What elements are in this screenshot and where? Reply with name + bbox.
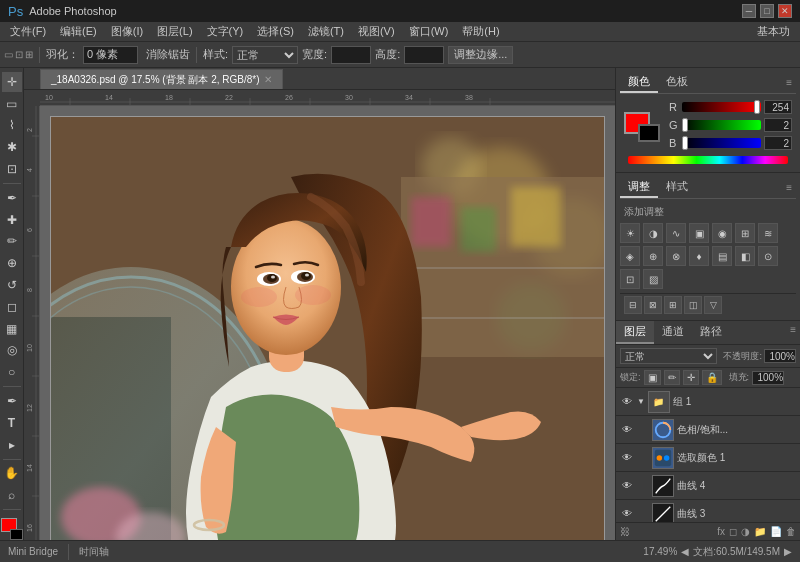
menu-layer[interactable]: 图层(L) [151, 22, 198, 42]
tab-swatches[interactable]: 色板 [658, 72, 696, 93]
color-spectrum-bar[interactable] [628, 156, 788, 164]
height-input[interactable] [404, 46, 444, 64]
menu-filter[interactable]: 滤镜(T) [302, 22, 350, 42]
adj-panel-collapse[interactable]: ≡ [782, 180, 796, 195]
layer-eye-selective[interactable]: 👁 [620, 451, 634, 465]
tool-healing[interactable]: ✚ [2, 210, 22, 230]
adj-threshold[interactable]: ⊙ [758, 246, 778, 266]
mini-bridge-label[interactable]: Mini Bridge [8, 546, 58, 557]
tool-eyedropper[interactable]: ✒ [2, 188, 22, 208]
tool-gradient[interactable]: ▦ [2, 319, 22, 339]
adj-colorlookup[interactable]: ♦ [689, 246, 709, 266]
tool-lasso[interactable]: ⌇ [2, 116, 22, 136]
adj-r3[interactable]: ⊞ [664, 296, 682, 314]
menu-file[interactable]: 文件(F) [4, 22, 52, 42]
color-panel-collapse[interactable]: ≡ [782, 75, 796, 90]
adj-curves[interactable]: ∿ [666, 223, 686, 243]
opacity-input[interactable] [764, 349, 796, 363]
canvas-document[interactable] [40, 106, 615, 540]
adj-posterize[interactable]: ◧ [735, 246, 755, 266]
menu-window[interactable]: 窗口(W) [403, 22, 455, 42]
adj-hsl[interactable]: ⊞ [735, 223, 755, 243]
menu-edit[interactable]: 编辑(E) [54, 22, 103, 42]
tab-color[interactable]: 颜色 [620, 72, 658, 93]
adj-invert[interactable]: ▤ [712, 246, 732, 266]
tool-pathselect[interactable]: ▸ [2, 435, 22, 455]
add-mask-btn[interactable]: ◻ [729, 526, 737, 537]
menu-view[interactable]: 视图(V) [352, 22, 401, 42]
delete-layer-btn[interactable]: 🗑 [786, 526, 796, 537]
bg-color-swatch[interactable] [10, 529, 23, 540]
doc-tab-active[interactable]: _18A0326.psd @ 17.5% (背景 副本 2, RGB/8*) ✕ [40, 69, 283, 89]
lock-paint[interactable]: ✏ [664, 370, 680, 385]
tool-zoom[interactable]: ⌕ [2, 485, 22, 505]
close-button[interactable]: ✕ [778, 4, 792, 18]
time-axis-label[interactable]: 时间轴 [79, 545, 109, 559]
menu-select[interactable]: 选择(S) [251, 22, 300, 42]
layer-item-curves3[interactable]: 👁 曲线 3 [616, 500, 800, 522]
adj-photofilter[interactable]: ⊕ [643, 246, 663, 266]
tool-crop[interactable]: ⊡ [2, 159, 22, 179]
layer-item-selective[interactable]: 👁 选取颜色 1 [616, 444, 800, 472]
g-value-input[interactable] [764, 118, 792, 132]
lock-position[interactable]: ✛ [683, 370, 699, 385]
tool-move[interactable]: ✛ [2, 72, 22, 92]
adj-gradmap[interactable]: ⊡ [620, 269, 640, 289]
layers-panel-collapse[interactable]: ≡ [786, 321, 800, 344]
adj-vibrance[interactable]: ◉ [712, 223, 732, 243]
tab-paths[interactable]: 路径 [692, 321, 730, 344]
adj-channelmixer[interactable]: ⊗ [666, 246, 686, 266]
arrow-right[interactable]: ▶ [784, 546, 792, 557]
adj-r1[interactable]: ⊟ [624, 296, 642, 314]
maximize-button[interactable]: □ [760, 4, 774, 18]
workspace-btn[interactable]: 基本功 [751, 22, 796, 42]
layer-eye-group1[interactable]: 👁 [620, 395, 634, 409]
style-select[interactable]: 正常 固定比例 固定大小 [232, 46, 298, 64]
soften-input[interactable] [83, 46, 138, 64]
adj-exposure[interactable]: ▣ [689, 223, 709, 243]
tool-blur[interactable]: ◎ [2, 341, 22, 361]
refine-button[interactable]: 调整边缘... [448, 46, 513, 64]
adj-selective[interactable]: ▨ [643, 269, 663, 289]
menu-image[interactable]: 图像(I) [105, 22, 149, 42]
group-arrow-1[interactable]: ▼ [637, 397, 645, 406]
minimize-button[interactable]: ─ [742, 4, 756, 18]
layer-item-curves4[interactable]: 👁 曲线 4 [616, 472, 800, 500]
layer-item-hsl[interactable]: 👁 色相/饱和... [616, 416, 800, 444]
layer-eye-curves4[interactable]: 👁 [620, 479, 634, 493]
tool-text[interactable]: T [2, 413, 22, 433]
adj-brightness[interactable]: ☀ [620, 223, 640, 243]
tab-layers[interactable]: 图层 [616, 321, 654, 344]
tab-style[interactable]: 样式 [658, 177, 696, 198]
menu-text[interactable]: 文字(Y) [201, 22, 250, 42]
tool-hand[interactable]: ✋ [2, 464, 22, 484]
width-input[interactable] [331, 46, 371, 64]
bg-swatch[interactable] [638, 124, 660, 142]
tool-brush[interactable]: ✏ [2, 232, 22, 252]
layer-eye-curves3[interactable]: 👁 [620, 507, 634, 521]
lock-all[interactable]: 🔒 [702, 370, 722, 385]
tool-marquee[interactable]: ▭ [2, 94, 22, 114]
fx-btn[interactable]: fx [717, 526, 725, 537]
tab-close-btn[interactable]: ✕ [264, 74, 272, 85]
b-slider-track[interactable] [682, 138, 761, 148]
adj-r4[interactable]: ◫ [684, 296, 702, 314]
r-value-input[interactable] [764, 100, 792, 114]
tab-adjustments[interactable]: 调整 [620, 177, 658, 198]
adj-colorbalance[interactable]: ≋ [758, 223, 778, 243]
blend-mode-select[interactable]: 正常 溶解 正片叠底 [620, 348, 717, 364]
layer-item-group1[interactable]: 👁 ▼ 📁 组 1 [616, 388, 800, 416]
r-slider-track[interactable] [682, 102, 761, 112]
adj-r2[interactable]: ⊠ [644, 296, 662, 314]
adj-bw[interactable]: ◈ [620, 246, 640, 266]
new-layer-btn[interactable]: 📄 [770, 526, 782, 537]
tool-dodge[interactable]: ○ [2, 362, 22, 382]
tool-eraser[interactable]: ◻ [2, 297, 22, 317]
canvas-image[interactable] [50, 116, 605, 540]
tool-pen[interactable]: ✒ [2, 391, 22, 411]
new-adj-btn[interactable]: ◑ [741, 526, 750, 537]
b-value-input[interactable] [764, 136, 792, 150]
tool-quickselect[interactable]: ✱ [2, 137, 22, 157]
adj-r5[interactable]: ▽ [704, 296, 722, 314]
tab-channels[interactable]: 通道 [654, 321, 692, 344]
